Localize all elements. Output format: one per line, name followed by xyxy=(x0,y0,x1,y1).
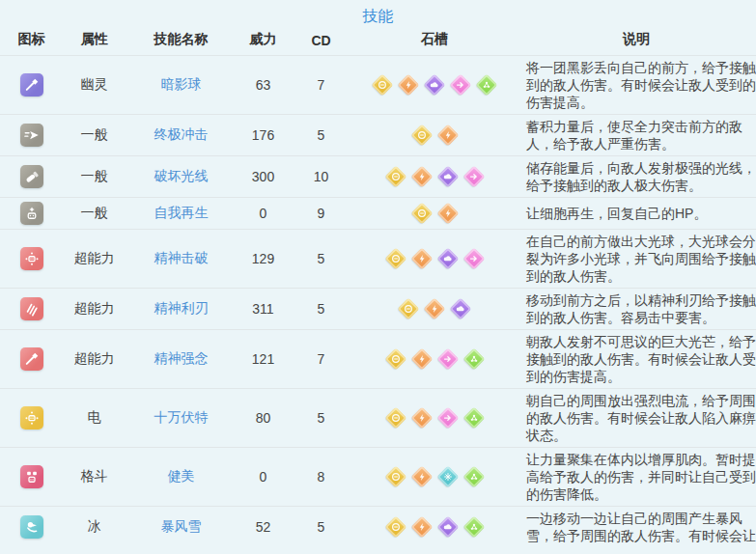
header-power: 威力 xyxy=(237,29,290,56)
wand-icon xyxy=(20,73,43,97)
icon-cell xyxy=(0,198,63,230)
power-value: 52 xyxy=(256,519,271,535)
icon-cell xyxy=(0,115,63,156)
purple-gem-icon xyxy=(436,166,459,188)
green-gem-icon xyxy=(476,74,498,97)
power-value: 311 xyxy=(252,301,273,317)
orange-gem-icon xyxy=(424,298,446,320)
skill-description: 让细胞再生，回复自己的HP。 xyxy=(526,205,756,222)
claw-slash-icon xyxy=(20,297,43,320)
power-value: 80 xyxy=(256,410,271,426)
type-label: 一般 xyxy=(81,126,108,142)
cd-value: 10 xyxy=(314,169,329,184)
cd-value: 7 xyxy=(318,351,325,367)
skill-name-link[interactable]: 精神利刃 xyxy=(154,300,209,316)
skill-name-link[interactable]: 健美 xyxy=(168,468,195,484)
type-label: 一般 xyxy=(81,205,108,220)
table-row: 超能力精神利刃3115移动到前方之后，以精神利刃给予接触到的敌人伤害。容易击中要… xyxy=(0,289,756,330)
orange-gem-icon xyxy=(436,203,459,225)
purple-gem-icon xyxy=(436,516,459,539)
cd-value: 5 xyxy=(318,410,325,426)
regen-robot-icon xyxy=(20,202,43,225)
type-label: 超能力 xyxy=(74,300,115,316)
power-value: 176 xyxy=(252,127,274,143)
yellow-gem-icon xyxy=(384,166,406,188)
orange-gem-icon xyxy=(398,74,420,97)
type-label: 电 xyxy=(88,409,101,425)
stone-slot-list xyxy=(352,246,517,271)
skill-description: 移动到前方之后，以精神利刃给予接触到的敌人伤害。容易击中要害。 xyxy=(526,291,756,326)
header-type: 属性 xyxy=(63,29,126,56)
power-value: 0 xyxy=(260,469,267,485)
skill-name-link[interactable]: 暴风雪 xyxy=(161,518,202,534)
pink-gem-icon xyxy=(436,348,459,371)
stone-slot-list xyxy=(352,464,517,489)
table-row: 冰暴风雪525一边移动一边让自己的周围产生暴风雪，给予周围的敌人伤害。有时候会让 xyxy=(0,507,756,548)
yellow-gem-icon xyxy=(384,466,406,488)
stone-slot-list xyxy=(352,164,517,189)
icon-cell xyxy=(0,330,63,389)
power-value: 121 xyxy=(252,351,274,367)
muscle-robot-icon xyxy=(20,465,43,488)
table-header-row: 图标 属性 技能名称 威力 CD 石槽 说明 xyxy=(0,29,756,56)
robot-dots-icon xyxy=(20,406,43,429)
skill-description: 储存能量后，向敌人发射极强的光线，给予接触到的敌人极大伤害。 xyxy=(526,159,756,194)
header-description: 说明 xyxy=(517,29,756,56)
icon-cell xyxy=(0,289,63,330)
skill-name-link[interactable]: 暗影球 xyxy=(161,76,202,92)
cd-value: 5 xyxy=(318,127,325,143)
type-label: 一般 xyxy=(81,168,108,183)
type-label: 超能力 xyxy=(74,250,115,265)
power-value: 300 xyxy=(252,169,274,184)
green-gem-icon xyxy=(462,516,485,539)
beam-icon xyxy=(20,165,43,188)
skill-name-link[interactable]: 精神击破 xyxy=(154,250,209,265)
orange-gem-icon xyxy=(410,248,433,270)
skill-table: 图标 属性 技能名称 威力 CD 石槽 说明 幽灵暗影球637将一团黑影丢向自己… xyxy=(0,29,756,547)
yellow-gem-icon xyxy=(384,348,406,371)
robot-dots-icon xyxy=(20,247,43,270)
icon-cell xyxy=(0,448,63,507)
stone-slot-list xyxy=(352,123,517,148)
yellow-gem-icon xyxy=(410,125,433,147)
table-row: 超能力精神击破1295在自己的前方做出大光球，大光球会分裂为许多小光球，并飞向周… xyxy=(0,230,756,289)
pink-gem-icon xyxy=(436,407,459,429)
stone-slot-list xyxy=(352,514,517,540)
skill-name-link[interactable]: 精神强念 xyxy=(154,350,209,366)
purple-gem-icon xyxy=(450,298,472,320)
icon-cell xyxy=(0,230,63,289)
skill-panel: 技能 图标 属性 技能名称 威力 CD 石槽 说明 幽灵暗影球637将一团黑影丢… xyxy=(0,0,756,547)
type-label: 幽灵 xyxy=(81,76,108,92)
skill-name-link[interactable]: 终极冲击 xyxy=(154,126,209,142)
skill-name-link[interactable]: 自我再生 xyxy=(154,205,209,220)
stone-slot-list xyxy=(352,201,517,226)
stone-slot-list xyxy=(352,346,517,372)
table-row: 幽灵暗影球637将一团黑影丢向自己的前方，给予接触到的敌人伤害。有时候会让敌人受… xyxy=(0,56,756,115)
page-title: 技能 xyxy=(0,0,756,29)
type-label: 格斗 xyxy=(81,468,108,484)
power-value: 0 xyxy=(260,206,267,221)
orange-gem-icon xyxy=(436,125,459,147)
header-skill-name: 技能名称 xyxy=(126,29,237,56)
green-gem-icon xyxy=(462,466,485,488)
skill-description: 让力量聚集在体内以增厚肌肉。暂时提高给予敌人的伤害，并同时让自己受到的伤害降低。 xyxy=(526,451,756,503)
green-gem-icon xyxy=(462,407,485,429)
cd-value: 9 xyxy=(318,206,325,221)
stone-slot-list xyxy=(352,296,517,321)
yellow-gem-icon xyxy=(384,407,406,429)
pink-gem-icon xyxy=(462,166,485,188)
table-row: 格斗健美08让力量聚集在体内以增厚肌肉。暂时提高给予敌人的伤害，并同时让自己受到… xyxy=(0,448,756,507)
header-cd: CD xyxy=(290,29,352,56)
table-row: 超能力精神强念1217朝敌人发射不可思议的巨大光芒，给予接触到的敌人伤害。有时候… xyxy=(0,330,756,389)
yellow-gem-icon xyxy=(398,298,420,320)
table-row: 一般终极冲击1765蓄积力量后，使尽全力突击前方的敌人，给予敌人严重伤害。 xyxy=(0,115,756,156)
skill-description: 一边移动一边让自己的周围产生暴风雪，给予周围的敌人伤害。有时候会让 xyxy=(526,510,756,544)
header-icon: 图标 xyxy=(0,29,63,56)
purple-gem-icon xyxy=(424,74,446,97)
power-value: 63 xyxy=(256,77,271,93)
stone-slot-list xyxy=(352,405,517,430)
skill-name-link[interactable]: 破坏光线 xyxy=(154,168,209,183)
yellow-gem-icon xyxy=(384,248,406,270)
skill-name-link[interactable]: 十万伏特 xyxy=(154,409,209,425)
green-gem-icon xyxy=(462,348,485,371)
